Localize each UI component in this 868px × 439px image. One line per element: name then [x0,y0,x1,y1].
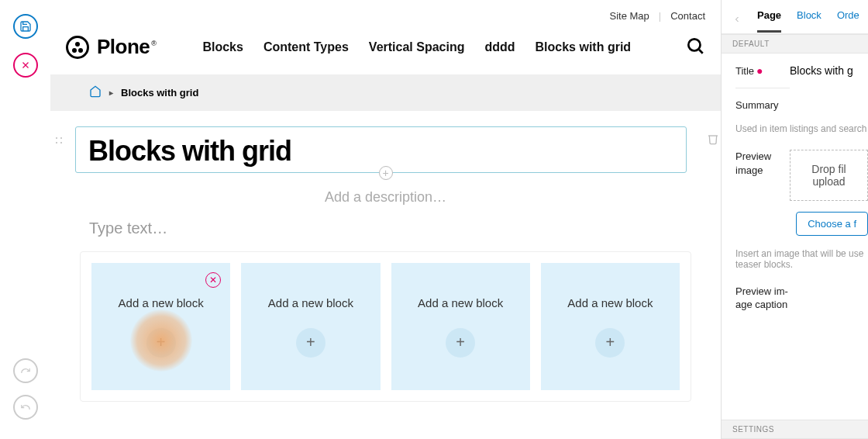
grid-cell-label: Add a new block [418,296,503,309]
add-block-between-button[interactable]: + [379,166,393,180]
logo[interactable]: Plone® [66,35,156,59]
breadcrumb-sep: ▸ [109,88,113,97]
grid-cell-label: Add a new block [567,296,653,309]
dropzone[interactable]: Drop fil upload [790,150,868,201]
field-label-summary: Summary [735,99,790,111]
grid-cell[interactable]: Add a new block + [541,263,680,390]
svg-point-6 [56,142,57,143]
choose-file-button[interactable]: Choose a f [796,212,868,236]
section-settings: SETTINGS [722,420,868,439]
breadcrumb: ▸ Blocks with grid [50,74,721,111]
grid-cell-label: Add a new block [119,296,204,309]
delete-block-icon[interactable] [707,133,719,148]
svg-point-2 [688,39,700,50]
cancel-button[interactable] [13,53,38,78]
field-label-title: Title● [735,64,790,77]
field-value-title[interactable]: Blocks with g [790,64,868,77]
svg-point-5 [60,137,62,139]
nav-item-content-types[interactable]: Content Types [264,40,349,54]
sitemap-link[interactable]: Site Map [609,10,649,22]
remove-cell-button[interactable]: ✕ [205,272,221,288]
tab-order[interactable]: Orde [837,9,859,33]
add-block-button[interactable]: + [296,328,326,358]
grid-cell-label: Add a new block [268,296,353,309]
save-button[interactable] [13,14,38,39]
divider: | [659,10,661,22]
home-icon[interactable] [89,85,102,100]
nav-item-vertical-spacing[interactable]: Vertical Spacing [369,40,465,54]
nav-item-dddd[interactable]: dddd [484,40,515,54]
sidebar-back-icon[interactable] [732,15,742,26]
breadcrumb-current: Blocks with grid [121,87,198,99]
grid-block: ✕ Add a new block + Add a new block + Ad… [80,251,691,402]
field-label-preview-caption: Preview im- age caption [735,285,790,312]
svg-line-3 [699,50,703,54]
svg-point-7 [60,142,62,143]
search-icon[interactable] [685,36,705,59]
redo-button[interactable] [13,358,38,383]
contact-link[interactable]: Contact [670,10,705,22]
description-placeholder[interactable]: Add a description… [66,189,705,206]
drag-handle-icon[interactable] [54,134,64,148]
add-block-button[interactable]: + [146,328,176,358]
page-title[interactable]: Blocks with grid [88,135,673,168]
nav-item-blocks[interactable]: Blocks [202,40,243,54]
tab-page[interactable]: Page [757,9,781,33]
grid-cell[interactable]: Add a new block + [241,263,380,390]
grid-cell[interactable]: Add a new block + [391,263,530,390]
svg-point-4 [56,137,57,139]
field-divider [735,88,790,88]
text-block-placeholder[interactable]: Type text… [89,220,705,237]
tab-block[interactable]: Block [797,9,822,33]
field-label-preview-image: Preview image [735,150,790,178]
brand-name: Plone® [97,35,156,59]
add-block-button[interactable]: + [446,328,475,358]
nav-item-blocks-with-grid[interactable]: Blocks with grid [536,40,632,54]
help-preview-image: Insert an image that will be use teaser … [735,248,868,270]
section-default: DEFAULT [722,34,868,54]
undo-button[interactable] [13,395,38,420]
grid-cell[interactable]: ✕ Add a new block + [91,263,230,390]
help-summary: Used in item listings and search [735,123,868,134]
add-block-button[interactable]: + [595,328,625,358]
plone-logo-icon [66,36,89,59]
